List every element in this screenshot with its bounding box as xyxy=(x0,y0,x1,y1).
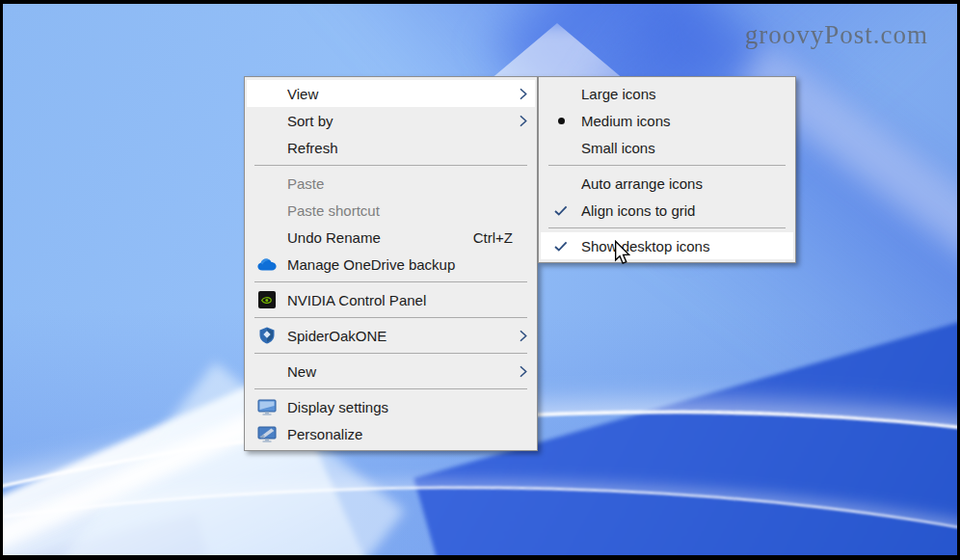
personalize-icon xyxy=(247,426,287,442)
menu-item-label: Manage OneDrive backup xyxy=(287,256,513,273)
onedrive-cloud-icon xyxy=(247,258,287,271)
menu-separator xyxy=(548,165,786,166)
menu-separator xyxy=(254,281,527,282)
menu-item-sort-by[interactable]: Sort by xyxy=(247,107,535,134)
submenu-chevron-icon xyxy=(517,88,530,100)
menu-item-label: SpiderOakONE xyxy=(287,328,513,344)
checkmark-icon xyxy=(541,205,581,216)
menu-item-label: Small icons xyxy=(581,140,771,156)
submenu-chevron-icon xyxy=(517,365,530,378)
menu-item-display-settings[interactable]: Display settings xyxy=(247,393,535,420)
menu-item-label: New xyxy=(287,363,513,380)
menu-item-paste: Paste xyxy=(247,170,535,197)
view-submenu: Large icons Medium icons Small icons Aut… xyxy=(538,76,796,263)
watermark: groovyPost.com xyxy=(745,20,928,50)
menu-item-label: Display settings xyxy=(287,399,513,415)
menu-item-small-icons[interactable]: Small icons xyxy=(541,134,793,161)
menu-item-label: View xyxy=(287,86,513,102)
desktop-context-menu: View Sort by Refresh Paste Paste shortcu… xyxy=(244,76,538,451)
menu-item-label: Refresh xyxy=(287,140,513,156)
menu-item-spideroakone[interactable]: SpiderOakONE xyxy=(247,322,535,349)
menu-item-personalize[interactable]: Personalize xyxy=(247,420,535,447)
menu-item-auto-arrange-icons[interactable]: Auto arrange icons xyxy=(541,170,793,197)
menu-item-label: Auto arrange icons xyxy=(581,175,771,192)
menu-item-label: Paste shortcut xyxy=(287,202,513,219)
menu-item-show-desktop-icons[interactable]: Show desktop icons xyxy=(541,232,793,259)
mouse-cursor xyxy=(614,240,630,269)
menu-item-nvidia-control-panel[interactable]: NVIDIA Control Panel xyxy=(247,286,535,313)
menu-item-label: Sort by xyxy=(287,113,513,129)
menu-item-label: Show desktop icons xyxy=(581,238,771,254)
menu-separator xyxy=(254,353,527,354)
menu-item-manage-onedrive-backup[interactable]: Manage OneDrive backup xyxy=(247,251,535,278)
menu-separator xyxy=(548,227,786,228)
desktop-background: groovyPost.com View Sort by Refresh Past… xyxy=(3,4,957,555)
menu-separator xyxy=(254,317,527,318)
menu-item-new[interactable]: New xyxy=(247,358,535,385)
checkmark-icon xyxy=(541,241,581,252)
menu-item-refresh[interactable]: Refresh xyxy=(247,134,535,161)
radio-selected-icon xyxy=(541,118,581,124)
menu-item-label: Personalize xyxy=(287,426,513,442)
nvidia-eye-icon xyxy=(247,291,287,308)
menu-item-align-icons-to-grid[interactable]: Align icons to grid xyxy=(541,197,793,224)
wallpaper-shape xyxy=(3,513,207,555)
menu-item-shortcut: Ctrl+Z xyxy=(473,229,513,246)
menu-item-undo-rename[interactable]: Undo Rename Ctrl+Z xyxy=(247,224,535,251)
menu-item-medium-icons[interactable]: Medium icons xyxy=(541,107,793,134)
menu-item-view[interactable]: View xyxy=(247,80,535,107)
spideroak-shield-icon xyxy=(247,327,287,344)
submenu-chevron-icon xyxy=(517,115,530,127)
menu-item-label: Align icons to grid xyxy=(581,202,771,219)
display-settings-icon xyxy=(247,399,287,415)
menu-item-large-icons[interactable]: Large icons xyxy=(541,80,793,107)
menu-separator xyxy=(254,165,527,166)
menu-item-label: Undo Rename xyxy=(287,229,473,246)
menu-item-label: Paste xyxy=(287,175,513,192)
submenu-chevron-icon xyxy=(517,330,530,342)
menu-separator xyxy=(254,388,527,389)
menu-item-label: Large icons xyxy=(581,86,771,102)
menu-item-label: NVIDIA Control Panel xyxy=(287,292,513,308)
menu-item-paste-shortcut: Paste shortcut xyxy=(247,197,535,224)
menu-item-label: Medium icons xyxy=(581,113,771,129)
